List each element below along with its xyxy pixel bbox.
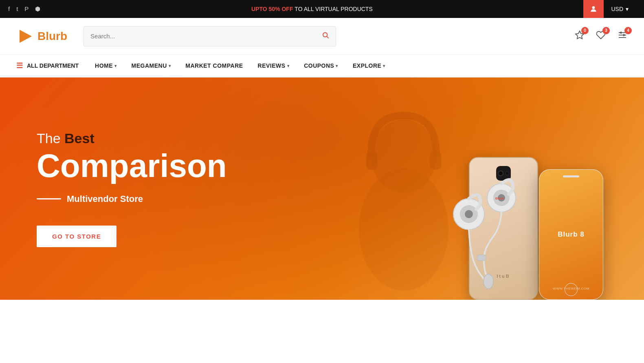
phone-speaker [563,175,579,177]
currency-selector[interactable]: USD ▾ [604,6,636,12]
hero-the-label: The [37,131,64,146]
nav-explore[interactable]: EXPLORE ▾ [353,62,385,69]
svg-marker-8 [623,34,626,36]
nav-megamenu[interactable]: MEGAMENU ▾ [132,62,171,69]
all-department-menu[interactable]: ☰ ALL DEPARTMENT [16,61,79,70]
currency-label: USD [611,6,623,12]
wishlist-heart-icon[interactable]: 3 [596,30,606,42]
compare-badge: 4 [624,27,632,34]
promo-text: TO ALL VIRTUAL PRODUCTS [295,6,372,12]
earphones-image: Blurb [432,161,538,292]
hero-content: The Best Comparison Multivendor Store GO… [0,131,227,247]
home-chevron: ▾ [114,64,117,68]
hamburger-icon: ☰ [16,61,23,70]
svg-marker-1 [20,30,32,43]
star-badge: 0 [581,27,589,34]
svg-point-0 [592,6,595,9]
svg-text:Blurb: Blurb [495,197,504,200]
hero-divider: Multivendor Store [37,194,227,204]
coupons-chevron: ▾ [336,64,338,68]
logo-text: Blurb [37,30,67,43]
promo-discount: UPTO 50% OFF [251,6,293,12]
hero-section: The Best Comparison Multivendor Store GO… [0,77,644,300]
hero-subheadline: Multivendor Store [67,194,143,204]
currency-chevron: ▾ [626,6,629,12]
search-bar [84,26,336,46]
pinterest-icon[interactable]: P [24,5,29,13]
svg-line-3 [327,36,328,38]
svg-point-16 [465,210,473,218]
explore-chevron: ▾ [383,64,385,68]
top-bar-right: USD ▾ [583,0,636,18]
nav-coupons[interactable]: COUPONS ▾ [304,62,338,69]
phone-front-brand: Blurb 8 [558,230,585,239]
social-links: f t P ⬢ [8,5,40,13]
hero-products: Blurb ItuB Blurb 8 WWW.THEMEIM.COM [424,86,620,300]
home-button [565,283,578,296]
hero-headline: Comparison [37,150,227,182]
all-department-label: ALL DEPARTMENT [27,62,79,69]
hero-best-label: Best [64,131,95,146]
svg-rect-21 [477,255,486,261]
user-icon[interactable] [583,0,604,18]
promo-banner: UPTO 50% OFF TO ALL VIRTUAL PRODUCTS [40,6,583,12]
search-button[interactable] [322,31,329,41]
svg-point-20 [484,274,493,289]
hero-divider-line [37,198,61,199]
phone-screen: Blurb 8 WWW.THEMEIM.COM [539,170,603,299]
go-to-store-button[interactable]: GO TO STORE [37,226,116,247]
nav-home[interactable]: HOME ▾ [95,62,117,69]
svg-rect-12 [366,151,378,170]
wishlist-star-icon[interactable]: 0 [575,30,585,42]
facebook-icon[interactable]: f [8,5,10,13]
nav-market-compare[interactable]: MARKET COMPARE [185,62,243,69]
phone-front: Blurb 8 WWW.THEMEIM.COM [539,169,603,300]
heart-badge: 3 [602,27,610,34]
nav-reviews[interactable]: REVIEWS ▾ [258,62,290,69]
header: Blurb 0 3 [0,18,644,55]
svg-point-2 [323,33,327,37]
nav-links: HOME ▾ MEGAMENU ▾ MARKET COMPARE REVIEWS… [95,62,385,69]
svg-marker-7 [619,31,622,34]
top-bar: f t P ⬢ UPTO 50% OFF TO ALL VIRTUAL PROD… [0,0,644,18]
compare-icon[interactable]: 4 [617,30,628,42]
twitter-icon[interactable]: t [16,5,18,13]
main-nav: ☰ ALL DEPARTMENT HOME ▾ MEGAMENU ▾ MARKE… [0,55,644,77]
logo[interactable]: Blurb [16,27,67,45]
header-icons: 0 3 4 [575,30,628,42]
search-input[interactable] [90,33,322,40]
megamenu-chevron: ▾ [169,64,171,68]
dribbble-icon[interactable]: ⬢ [35,5,40,13]
hero-the-best: The Best [37,131,227,146]
reviews-chevron: ▾ [287,64,290,68]
